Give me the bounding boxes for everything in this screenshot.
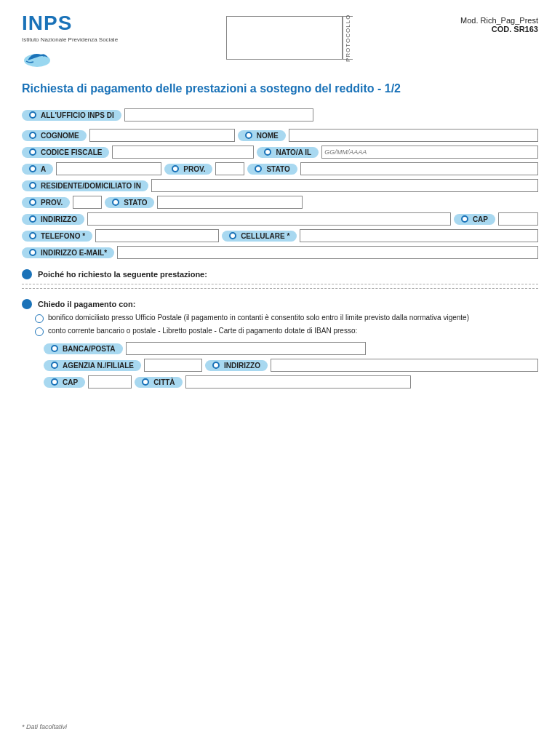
cognome-dot bbox=[29, 132, 36, 139]
agenzia-input[interactable] bbox=[144, 359, 202, 372]
pagamento-bullet bbox=[22, 299, 32, 309]
banca-input[interactable] bbox=[126, 342, 366, 355]
stato2-input[interactable] bbox=[157, 196, 303, 209]
logo-area: INPS Istituto Nazionale Previdenza Socia… bbox=[22, 13, 118, 69]
prov-label: PROV. bbox=[164, 164, 212, 175]
prov2-dot bbox=[29, 199, 36, 206]
cellulare-input[interactable] bbox=[300, 229, 538, 242]
cognome-nome-row: COGNOME NOME bbox=[22, 129, 538, 142]
indirizzo-banca-input[interactable] bbox=[271, 359, 538, 372]
indirizzo-cap-row: INDIRIZZO CAP bbox=[22, 212, 538, 226]
email-input[interactable] bbox=[117, 246, 538, 259]
prov2-input[interactable] bbox=[73, 196, 102, 209]
cognome-input[interactable] bbox=[89, 129, 235, 142]
residente-label: RESIDENTE/DOMICILIATO IN bbox=[22, 180, 148, 191]
citta-dot bbox=[142, 378, 149, 386]
cap-dot bbox=[461, 215, 468, 223]
a-dot bbox=[29, 165, 36, 172]
nome-input[interactable] bbox=[289, 129, 538, 142]
cf-nato-row: CODICE FISCALE NATO/A IL bbox=[22, 146, 538, 159]
indirizzo-label: INDIRIZZO bbox=[22, 214, 84, 225]
cap-input[interactable] bbox=[498, 212, 538, 226]
pagamento-section-header: Chiedo il pagamento con: bbox=[22, 299, 538, 309]
footer-note: * Dati facoltativi bbox=[22, 723, 67, 730]
payment-option-2: conto corrente bancario o postale - Libr… bbox=[35, 327, 538, 336]
protocol-area: PROTOCOLLO bbox=[226, 13, 353, 60]
stato-input[interactable] bbox=[300, 162, 538, 175]
agenzia-indirizzo-row: AGENZIA N./FILIALE INDIRIZZO bbox=[44, 359, 538, 372]
inps-logo: INPS bbox=[22, 13, 72, 33]
protocol-label: PROTOCOLLO bbox=[343, 16, 353, 60]
prestazione-section-header: Poiché ho richiesto la seguente prestazi… bbox=[22, 269, 538, 279]
cap-label: CAP bbox=[454, 214, 495, 225]
nome-dot bbox=[245, 132, 252, 139]
prov2-stato2-row: PROV. STATO bbox=[22, 196, 538, 209]
prestazione-title: Poiché ho richiesto la seguente prestazi… bbox=[38, 270, 207, 279]
stato-dot bbox=[255, 165, 262, 172]
residente-row: RESIDENTE/DOMICILIATO IN bbox=[22, 179, 538, 192]
cf-input[interactable] bbox=[112, 146, 254, 159]
stato2-dot bbox=[112, 199, 119, 206]
option2-circle[interactable] bbox=[35, 327, 44, 336]
email-row: INDIRIZZO E-MAIL* bbox=[22, 246, 538, 259]
a-prov-stato-row: A PROV. STATO bbox=[22, 162, 538, 175]
citta-input[interactable] bbox=[185, 375, 411, 389]
payment-option-1: bonifico domiciliato presso Ufficio Post… bbox=[35, 314, 538, 323]
nato-label: NATO/A IL bbox=[257, 147, 319, 158]
citta-label: CITTÀ bbox=[135, 377, 182, 388]
cap-banca-dot bbox=[51, 378, 58, 386]
option1-circle[interactable] bbox=[35, 314, 44, 323]
mod-line2: COD. SR163 bbox=[460, 25, 538, 33]
pagamento-title: Chiedo il pagamento con: bbox=[38, 300, 135, 308]
cap-citta-row: CAP CITTÀ bbox=[44, 375, 538, 389]
cf-label: CODICE FISCALE bbox=[22, 147, 109, 158]
dashed-line-1 bbox=[22, 284, 538, 284]
banca-row: BANCA/POSTA bbox=[44, 342, 538, 355]
all-ufficio-label: ALL'UFFICIO INPS DI bbox=[22, 110, 121, 121]
telefono-input[interactable] bbox=[95, 229, 219, 242]
a-input[interactable] bbox=[56, 162, 161, 175]
all-ufficio-input[interactable] bbox=[124, 108, 313, 121]
cellulare-dot bbox=[229, 232, 236, 239]
tel-cell-row: TELEFONO * CELLULARE * bbox=[22, 229, 538, 242]
bank-section: BANCA/POSTA AGENZIA N./FILIALE INDIRIZZO… bbox=[44, 342, 538, 389]
prov2-label: PROV. bbox=[22, 197, 70, 208]
cap-banca-input[interactable] bbox=[88, 375, 132, 389]
option2-text: conto corrente bancario o postale - Libr… bbox=[48, 327, 357, 335]
banca-dot bbox=[51, 345, 58, 352]
residente-input[interactable] bbox=[151, 179, 538, 192]
mod-line1: Mod. Rich_Pag_Prest bbox=[460, 16, 538, 25]
mod-info: Mod. Rich_Pag_Prest COD. SR163 bbox=[460, 13, 538, 33]
page-title: Richiesta di pagamento delle prestazioni… bbox=[22, 82, 538, 95]
telefono-dot bbox=[29, 232, 36, 239]
agenzia-dot bbox=[51, 362, 58, 369]
prov-input[interactable] bbox=[215, 162, 244, 175]
cellulare-label: CELLULARE * bbox=[222, 231, 297, 242]
cf-dot bbox=[29, 148, 36, 156]
cognome-label: COGNOME bbox=[22, 130, 87, 141]
all-ufficio-dot bbox=[29, 111, 36, 119]
nato-input[interactable] bbox=[321, 146, 538, 159]
a-label: A bbox=[22, 164, 53, 175]
option1-text: bonifico domiciliato presso Ufficio Post… bbox=[48, 314, 469, 322]
cap-banca-label: CAP bbox=[44, 377, 85, 388]
indirizzo-banca-dot bbox=[212, 362, 220, 369]
indirizzo-input[interactable] bbox=[87, 212, 451, 226]
protocol-box bbox=[226, 16, 343, 60]
dashed-line-2 bbox=[22, 288, 538, 289]
nato-dot bbox=[264, 148, 271, 156]
prestazione-bullet bbox=[22, 269, 32, 279]
prov-dot bbox=[172, 165, 179, 172]
header: INPS Istituto Nazionale Previdenza Socia… bbox=[22, 13, 538, 69]
page: INPS Istituto Nazionale Previdenza Socia… bbox=[0, 0, 560, 745]
email-dot bbox=[29, 249, 36, 256]
all-ufficio-row: ALL'UFFICIO INPS DI bbox=[22, 108, 538, 121]
inps-bird-icon bbox=[22, 47, 52, 69]
indirizzo-banca-label: INDIRIZZO bbox=[205, 360, 268, 371]
indirizzo-dot bbox=[29, 215, 36, 223]
svg-point-1 bbox=[43, 55, 45, 57]
inps-subtitle: Istituto Nazionale Previdenza Sociale bbox=[22, 36, 118, 43]
banca-label: BANCA/POSTA bbox=[44, 343, 123, 354]
agenzia-label: AGENZIA N./FILIALE bbox=[44, 360, 141, 371]
stato2-label: STATO bbox=[105, 197, 154, 208]
